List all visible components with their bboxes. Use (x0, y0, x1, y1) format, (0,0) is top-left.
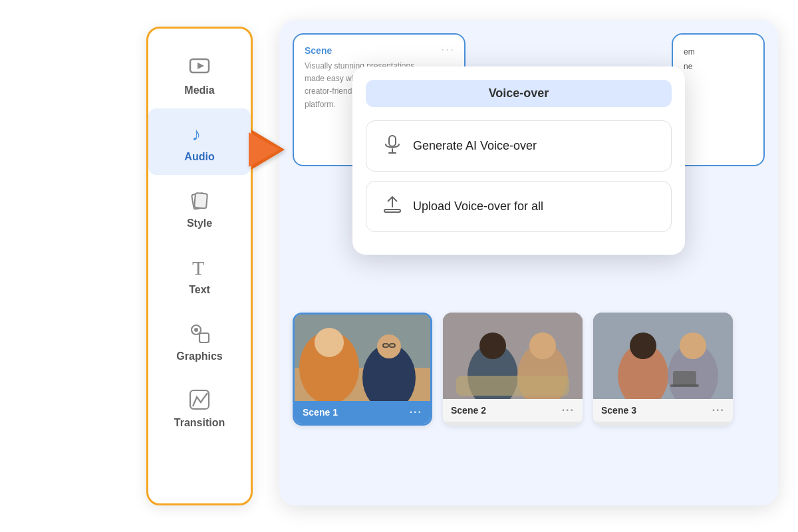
voiceover-popup: Voice-over Generate AI Voice-over (352, 66, 685, 255)
svg-text:♪: ♪ (192, 124, 201, 144)
scene3-label: Scene 3 (601, 405, 636, 416)
sidebar-label-transition: Transition (174, 417, 225, 429)
upload-voiceover-button[interactable]: Upload Voice-over for all (366, 181, 672, 232)
scenes-row: Scene 1 ··· Scene 2 (293, 313, 771, 426)
scene-thumb-1[interactable]: Scene 1 ··· (293, 313, 432, 426)
mic-icon (382, 134, 402, 158)
svg-marker-1 (198, 63, 204, 69)
scene3-image (593, 313, 733, 399)
sidebar-item-style[interactable]: Style (148, 175, 251, 241)
app-container: Media ♪ Audio Style (0, 0, 798, 532)
svg-rect-4 (194, 193, 207, 208)
audio-icon: ♪ (186, 120, 213, 147)
upload-icon (382, 195, 402, 218)
sidebar-item-transition[interactable]: Transition (148, 374, 251, 441)
scene2-label: Scene 2 (451, 405, 486, 416)
sidebar: Media ♪ Audio Style (146, 27, 253, 505)
scene-panel-title: Scene (305, 45, 454, 56)
scene2-menu[interactable]: ··· (562, 404, 575, 416)
graphics-icon (186, 320, 213, 346)
sidebar-label-audio: Audio (184, 151, 214, 163)
sidebar-label-style: Style (187, 217, 212, 229)
scene-thumb-2[interactable]: Scene 2 ··· (443, 313, 583, 426)
svg-rect-36 (673, 371, 696, 386)
scene2-image (443, 313, 583, 399)
svg-point-20 (377, 334, 401, 358)
svg-point-33 (630, 332, 656, 359)
svg-point-18 (315, 328, 344, 357)
generate-voiceover-label: Generate AI Voice-over (413, 139, 537, 153)
sidebar-item-media[interactable]: Media (148, 42, 251, 108)
arrow-pointer (251, 130, 285, 170)
sidebar-item-graphics[interactable]: Graphics (148, 308, 251, 374)
upload-voiceover-label: Upload Voice-over for all (413, 200, 543, 213)
svg-rect-8 (200, 333, 209, 342)
svg-rect-29 (456, 376, 569, 396)
generate-voiceover-button[interactable]: Generate AI Voice-over (366, 120, 672, 172)
svg-point-26 (479, 332, 506, 359)
scene1-footer: Scene 1 ··· (295, 401, 430, 424)
scene1-label: Scene 1 (303, 407, 338, 418)
scene2-footer: Scene 2 ··· (443, 399, 583, 422)
sidebar-label-media: Media (184, 84, 214, 96)
scene1-menu[interactable]: ··· (410, 406, 422, 418)
sidebar-label-graphics: Graphics (176, 350, 222, 362)
media-icon (186, 54, 213, 80)
svg-text:T: T (192, 257, 204, 279)
svg-point-35 (680, 332, 706, 359)
svg-rect-10 (389, 136, 396, 146)
sidebar-label-text: Text (189, 284, 210, 296)
scene3-footer: Scene 3 ··· (593, 399, 733, 422)
scene-panel-menu[interactable]: ··· (441, 43, 455, 57)
scene-thumb-3[interactable]: Scene 3 ··· (593, 313, 733, 426)
voiceover-tab: Voice-over (366, 80, 672, 107)
svg-point-7 (194, 328, 198, 332)
svg-rect-13 (384, 209, 400, 212)
style-icon (186, 187, 213, 213)
svg-point-28 (529, 332, 556, 359)
text-icon: T (186, 253, 213, 280)
sidebar-item-audio[interactable]: ♪ Audio (148, 108, 251, 175)
scene3-menu[interactable]: ··· (712, 404, 725, 416)
transition-icon (186, 386, 213, 413)
svg-rect-37 (670, 384, 699, 387)
scene1-image (295, 315, 430, 401)
sidebar-item-text[interactable]: T Text (148, 241, 251, 308)
scene-right-panel: emne (672, 33, 765, 166)
